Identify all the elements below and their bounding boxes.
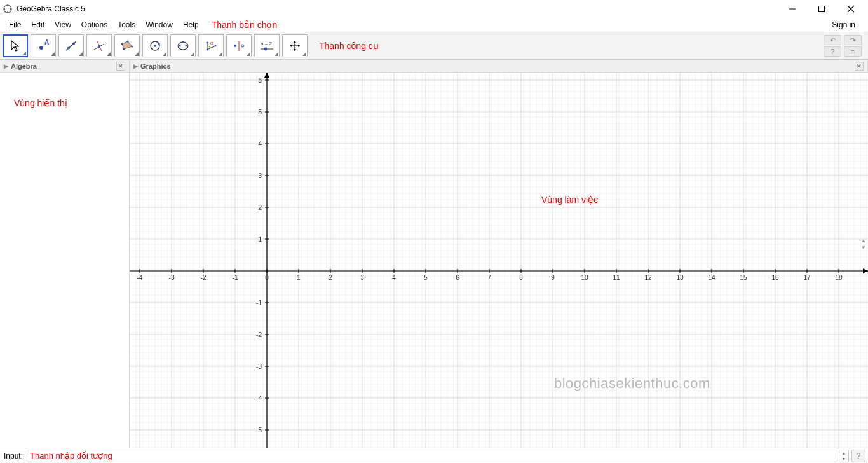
tool-point[interactable]: A — [31, 34, 56, 57]
svg-point-19 — [126, 40, 128, 42]
svg-point-27 — [182, 41, 184, 43]
svg-point-18 — [121, 43, 123, 45]
svg-line-11 — [66, 41, 76, 50]
svg-text:7: 7 — [487, 274, 491, 281]
input-help-button[interactable]: ? — [851, 450, 865, 462]
svg-text:9: 9 — [551, 274, 555, 281]
svg-text:6: 6 — [456, 274, 459, 281]
svg-text:17: 17 — [803, 274, 811, 281]
svg-text:-4: -4 — [256, 395, 262, 402]
graphics-panel-header[interactable]: ▶ Graphics ✕ — [130, 60, 868, 72]
svg-point-20 — [131, 45, 133, 47]
close-button[interactable] — [836, 0, 865, 18]
svg-text:-3: -3 — [169, 274, 175, 281]
undo-button[interactable]: ↶ — [824, 35, 841, 45]
chevron-right-icon: ▶ — [4, 63, 8, 69]
redo-button[interactable]: ↷ — [844, 35, 862, 45]
svg-text:15: 15 — [740, 274, 747, 281]
graphics-canvas[interactable]: -4-3-2-10123456789101112131415161718-5-4… — [130, 73, 868, 448]
svg-text:a = 2: a = 2 — [261, 41, 273, 46]
watermark: blogchiasekienthuc.com — [554, 375, 710, 392]
tool-move[interactable] — [3, 34, 28, 57]
input-field[interactable]: Thanh nhập đối tượng — [27, 450, 837, 462]
svg-text:4: 4 — [258, 141, 262, 148]
graphics-panel-title: Graphics — [140, 62, 171, 70]
menu-window[interactable]: Window — [140, 19, 178, 31]
menu-help[interactable]: Help — [178, 19, 204, 31]
svg-point-17 — [123, 48, 125, 50]
tool-reflect[interactable] — [226, 34, 252, 57]
app-logo-icon — [3, 4, 13, 14]
svg-point-1 — [4, 8, 6, 10]
tool-slider[interactable]: a = 2 — [254, 34, 280, 57]
algebra-panel-header[interactable]: ▶ Algebra ✕ — [0, 60, 130, 72]
svg-text:16: 16 — [771, 274, 779, 281]
tool-translate-view[interactable] — [282, 34, 308, 57]
svg-text:14: 14 — [708, 274, 715, 281]
toolbar: A α a = 2 Thanh công cụ ↶ ↷ — [0, 32, 868, 60]
svg-text:0: 0 — [265, 274, 269, 281]
signin-link[interactable]: Sign in — [827, 19, 864, 31]
svg-point-33 — [234, 45, 236, 47]
inputbar: Input: Thanh nhập đối tượng ▲▼ ? — [0, 448, 868, 463]
svg-text:-2: -2 — [201, 274, 207, 281]
tool-perpendicular[interactable] — [86, 34, 112, 57]
input-history-stepper[interactable]: ▲▼ — [839, 450, 849, 462]
svg-text:6: 6 — [258, 77, 262, 84]
minimize-button[interactable] — [778, 0, 807, 18]
toolbar-annotation: Thanh công cụ — [319, 41, 379, 51]
svg-text:-1: -1 — [233, 274, 238, 281]
svg-text:4: 4 — [392, 274, 396, 281]
svg-text:-4: -4 — [137, 274, 143, 281]
svg-text:13: 13 — [676, 274, 684, 281]
tool-circle[interactable] — [142, 34, 168, 57]
svg-point-37 — [264, 48, 268, 51]
svg-text:10: 10 — [581, 274, 588, 281]
menu-options[interactable]: Options — [76, 19, 112, 31]
algebra-close-button[interactable]: ✕ — [116, 62, 125, 71]
svg-point-25 — [179, 45, 180, 46]
menu-edit[interactable]: Edit — [26, 19, 50, 31]
toolbar-help-button[interactable]: ? — [824, 46, 841, 57]
chevron-right-icon: ▶ — [133, 63, 138, 69]
svg-text:A: A — [44, 39, 49, 46]
tool-angle[interactable]: α — [198, 34, 224, 57]
svg-text:-2: -2 — [256, 331, 262, 338]
graphics-scroll-indicator[interactable]: ▲▼ — [860, 238, 867, 251]
menu-view[interactable]: View — [50, 19, 76, 31]
input-label: Input: — [0, 452, 27, 460]
svg-text:2: 2 — [258, 204, 262, 211]
svg-text:-3: -3 — [256, 363, 262, 370]
tool-line[interactable] — [58, 34, 84, 57]
svg-text:1: 1 — [258, 236, 262, 243]
svg-point-4 — [7, 11, 9, 13]
menu-tools[interactable]: Tools — [112, 19, 140, 31]
algebra-panel-title: Algebra — [11, 62, 37, 70]
svg-point-23 — [158, 43, 160, 45]
svg-point-31 — [215, 45, 217, 47]
titlebar: GeoGebra Classic 5 — [0, 0, 868, 18]
graphics-panel[interactable]: -4-3-2-10123456789101112131415161718-5-4… — [130, 73, 868, 448]
toolbar-right-group: ↶ ↷ ? ≡ — [824, 35, 865, 57]
algebra-panel[interactable]: Vùng hiển thị — [0, 73, 130, 448]
graphics-close-button[interactable]: ✕ — [855, 62, 864, 71]
svg-point-29 — [207, 49, 208, 51]
algebra-annotation: Vùng hiển thị — [14, 98, 67, 108]
svg-point-16 — [98, 45, 100, 48]
menubar: File Edit View Options Tools Window Help… — [0, 18, 868, 32]
svg-text:3: 3 — [360, 274, 364, 281]
panel-headers: ▶ Algebra ✕ ▶ Graphics ✕ — [0, 60, 868, 73]
toolbar-settings-button[interactable]: ≡ — [844, 46, 862, 57]
svg-point-12 — [67, 47, 70, 50]
svg-point-22 — [154, 45, 156, 47]
svg-text:12: 12 — [644, 274, 652, 281]
tool-polygon[interactable] — [114, 34, 140, 57]
maximize-button[interactable] — [807, 0, 836, 18]
tool-ellipse[interactable] — [170, 34, 196, 57]
svg-point-2 — [10, 8, 12, 10]
menu-file[interactable]: File — [4, 19, 26, 31]
svg-point-26 — [185, 45, 187, 46]
svg-text:5: 5 — [424, 274, 428, 281]
menubar-annotation: Thanh bản chọn — [212, 20, 278, 30]
svg-point-30 — [207, 42, 208, 44]
